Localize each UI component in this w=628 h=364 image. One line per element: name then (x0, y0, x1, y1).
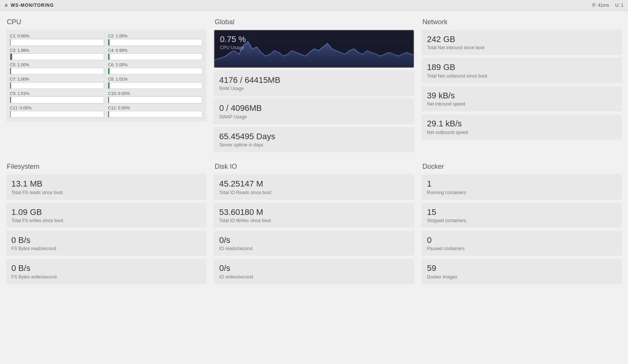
ram-value: 4176 / 64415MB (219, 75, 409, 85)
ram-card: 4176 / 64415MB RAM Usage (214, 71, 414, 96)
docker-stopped-card: 15 Stopped containers (422, 203, 622, 228)
titlebar-left: ≡ WS-MONITORING (5, 2, 54, 8)
docker-running-label: Running containers (427, 190, 617, 195)
uptime-label: Server uptime in days (219, 142, 409, 148)
fs-reads-label: Total FS reads since boot (11, 190, 201, 195)
cpu-core-2-bar (108, 39, 109, 45)
global-section: Global 0.75 % CPU Usage 4176 / 64415MB R… (214, 18, 414, 155)
cpu-core-4-label: C4: 0.99% (108, 48, 202, 53)
cpu-core-6-label: C6: 1.00% (108, 62, 202, 67)
io-read-speed-card: 0/s IO reads/second (214, 231, 414, 256)
menu-icon[interactable]: ≡ (5, 2, 8, 8)
cpu-core-10-bar (108, 97, 109, 103)
cpu-core-3-bar-container (10, 53, 104, 60)
network-section: Network 242 GB Total Net inbound since b… (422, 18, 622, 155)
docker-section: Docker 1 Running containers 15 Stopped c… (422, 163, 622, 287)
cpu-core-6: C6: 1.00% (108, 62, 202, 75)
global-title: Global (214, 18, 414, 26)
cpu-core-1-label: C1: 0.00% (10, 34, 104, 38)
docker-running-value: 1 (427, 179, 617, 189)
cpu-core-4-bar (108, 54, 109, 60)
fs-writes-label: Total FS writes since boot (11, 218, 201, 223)
net-inbound-card: 242 GB Total Net inbound since boot (422, 30, 622, 55)
cpu-core-11-label: C11: 0.00% (10, 106, 104, 110)
io-write-speed-label: IO writes/second (219, 274, 409, 280)
cpu-core-10: C10: 0.00% (108, 91, 202, 103)
fs-read-speed-label: FS Bytes read/second (11, 246, 201, 251)
cpu-core-4: C4: 0.99% (108, 48, 202, 60)
swap-label: SWAP Usage (219, 114, 409, 120)
cpu-core-12-bar (108, 111, 109, 117)
net-outbound-speed-label: Net outbound speed (427, 130, 617, 135)
titlebar-stats: P: 41ms U: 1 (592, 3, 623, 8)
docker-stopped-value: 15 (427, 207, 617, 217)
cpu-grid: C1: 0.00%C2: 1.00%C3: 1.98%C4: 0.99%C5: … (6, 30, 206, 121)
cpu-core-10-bar-container (108, 96, 202, 103)
uptime-stat: U: 1 (615, 3, 623, 8)
net-inbound-label: Total Net inbound since boot (427, 45, 617, 50)
cpu-section: CPU C1: 0.00%C2: 1.00%C3: 1.98%C4: 0.99%… (6, 18, 206, 155)
uptime-card: 65.45495 Days Server uptime in days (214, 127, 414, 152)
filesystem-title: Filesystem (6, 163, 206, 171)
io-total-reads-label: Total IO Reads since boot (219, 190, 409, 195)
cpu-core-10-label: C10: 0.00% (108, 91, 202, 96)
net-outbound-speed-value: 29.1 kB/s (427, 119, 617, 129)
cpu-core-11: C11: 0.00% (10, 106, 104, 118)
cpu-core-4-bar-container (108, 53, 202, 60)
fs-write-speed-label: FS Bytes write/second (11, 274, 201, 280)
io-read-speed-label: IO reads/second (219, 246, 409, 251)
ping-stat: P: 41ms (592, 3, 609, 8)
swap-card: 0 / 4096MB SWAP Usage (214, 99, 414, 124)
fs-writes-value: 1.09 GB (11, 207, 201, 217)
main-content: CPU C1: 0.00%C2: 1.00%C3: 1.98%C4: 0.99%… (0, 11, 628, 302)
cpu-core-2-bar-container (108, 39, 202, 46)
cpu-core-3-label: C3: 1.98% (10, 48, 104, 53)
cpu-core-9: C9: 1.01% (10, 91, 104, 103)
swap-value: 0 / 4096MB (219, 103, 409, 113)
network-title: Network (422, 18, 622, 26)
cpu-core-6-bar-container (108, 68, 202, 75)
cpu-core-3: C3: 1.98% (10, 48, 104, 60)
cpu-core-7-label: C7: 1.00% (10, 77, 104, 81)
cpu-core-7: C7: 1.00% (10, 77, 104, 89)
io-total-reads-value: 45.25147 M (219, 179, 409, 189)
net-inbound-speed-value: 39 kB/s (427, 91, 617, 101)
fs-read-speed-card: 0 B/s FS Bytes read/second (6, 231, 206, 256)
fs-reads-card: 13.1 MB Total FS reads since boot (6, 174, 206, 199)
docker-paused-card: 0 Paused containers (422, 231, 622, 256)
cpu-core-9-bar (10, 97, 11, 103)
uptime-value: 65.45495 Days (219, 132, 409, 142)
diskio-title: Disk IO (214, 163, 414, 171)
io-total-writes-value: 53.60180 M (219, 207, 409, 217)
fs-writes-card: 1.09 GB Total FS writes since boot (6, 203, 206, 228)
docker-images-card: 59 Docker images (422, 259, 622, 284)
fs-write-speed-card: 0 B/s FS Bytes write/second (6, 259, 206, 284)
cpu-core-8-bar-container (108, 82, 202, 89)
net-outbound-card: 189 GB Total Net outbound since boot (422, 58, 622, 83)
docker-stopped-label: Stopped containers (427, 218, 617, 223)
cpu-core-12: C12: 0.00% (108, 106, 202, 118)
cpu-core-6-bar (108, 68, 109, 74)
titlebar: ≡ WS-MONITORING P: 41ms U: 1 (0, 0, 628, 11)
docker-title: Docker (422, 163, 622, 171)
cpu-core-5: C5: 1.00% (10, 62, 104, 75)
cpu-core-1-bar-container (10, 39, 104, 46)
cpu-core-5-label: C5: 1.00% (10, 62, 104, 67)
cpu-usage-chart: 0.75 % CPU Usage (214, 30, 414, 68)
cpu-core-8: C8: 1.01% (108, 77, 202, 89)
filesystem-section: Filesystem 13.1 MB Total FS reads since … (6, 163, 206, 287)
cpu-core-12-label: C12: 0.00% (108, 106, 202, 110)
docker-images-value: 59 (427, 263, 617, 273)
cpu-core-9-label: C9: 1.01% (10, 91, 104, 96)
fs-reads-value: 13.1 MB (11, 179, 201, 189)
docker-running-card: 1 Running containers (422, 174, 622, 199)
io-total-reads-card: 45.25147 M Total IO Reads since boot (214, 174, 414, 199)
cpu-core-9-bar-container (10, 96, 104, 103)
cpu-core-3-bar (10, 54, 12, 60)
cpu-core-7-bar-container (10, 82, 104, 89)
net-inbound-value: 242 GB (427, 34, 617, 44)
fs-read-speed-value: 0 B/s (11, 235, 201, 245)
io-total-writes-label: Total IO Writes since boot (219, 218, 409, 223)
cpu-core-7-bar (10, 82, 11, 89)
docker-images-label: Docker images (427, 274, 617, 280)
